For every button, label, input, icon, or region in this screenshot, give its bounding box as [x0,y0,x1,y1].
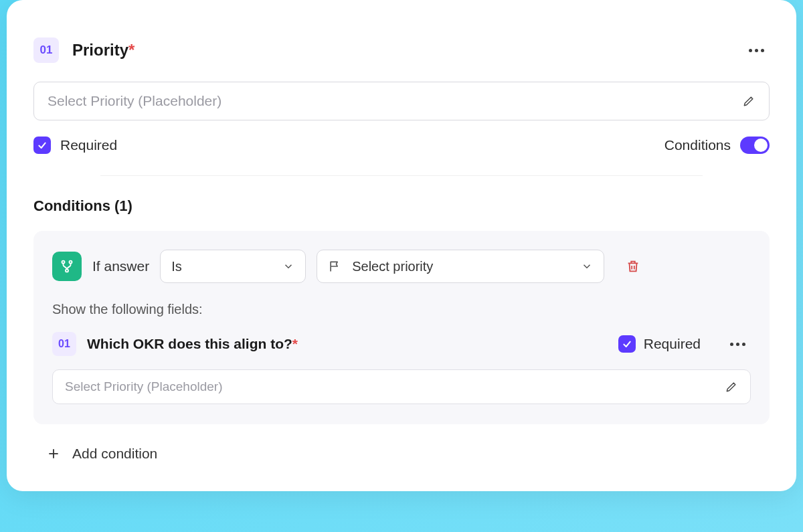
conditional-required-checkbox[interactable] [618,335,636,353]
conditional-field-title: Which OKR does this align to?* [87,336,298,352]
flag-icon [328,260,341,273]
field-title: Priority* [72,41,135,60]
pencil-icon [742,94,755,108]
value-dropdown[interactable]: Select priority [317,250,604,283]
form-field-card: 01 Priority* Select Priority (Placeholde… [7,0,796,491]
branch-icon [52,252,82,281]
divider [100,175,703,176]
value-dropdown-placeholder: Select priority [352,259,433,274]
priority-select-input[interactable]: Select Priority (Placeholder) [33,82,770,120]
required-checkbox[interactable] [33,137,51,154]
options-row: Required Conditions [33,137,770,154]
plus-icon [47,447,60,460]
priority-select-placeholder: Select Priority (Placeholder) [48,93,221,109]
svg-point-2 [66,269,68,272]
check-icon [622,339,632,349]
svg-point-0 [62,261,64,264]
svg-point-1 [69,261,72,264]
field-title-text: Priority [72,41,128,59]
add-condition-button[interactable]: Add condition [33,443,770,464]
conditions-toggle[interactable] [740,137,770,154]
trash-icon [626,259,640,274]
operator-dropdown-value: Is [171,259,182,274]
show-fields-label: Show the following fields: [52,302,751,317]
chevron-down-icon [282,260,294,272]
conditions-section-title: Conditions (1) [33,197,770,215]
conditional-field-number-badge: 01 [52,332,76,356]
chevron-down-icon [581,260,593,272]
operator-dropdown[interactable]: Is [160,250,306,283]
condition-panel: If answer Is Select priority Show the fo… [33,231,770,424]
required-label: Required [60,137,117,153]
more-menu-button[interactable] [743,46,770,55]
dots-icon [730,343,733,346]
conditional-required-label: Required [644,336,701,352]
conditional-select-input[interactable]: Select Priority (Placeholder) [52,369,751,404]
required-asterisk: * [292,336,298,351]
conditions-toggle-label: Conditions [664,137,731,153]
condition-rule-row: If answer Is Select priority [52,250,751,283]
if-answer-label: If answer [92,258,149,274]
pencil-icon [725,380,738,393]
add-condition-label: Add condition [72,446,157,462]
delete-condition-button[interactable] [626,259,640,274]
field-header: 01 Priority* [33,37,770,63]
required-asterisk: * [128,41,135,59]
conditional-more-menu-button[interactable] [725,340,751,349]
toggle-knob [754,139,768,152]
conditional-required-group: Required [618,335,701,353]
conditional-select-placeholder: Select Priority (Placeholder) [65,379,222,394]
conditional-field-header: 01 Which OKR does this align to?* Requir… [52,332,751,356]
conditional-field-title-text: Which OKR does this align to? [87,336,292,351]
dots-icon [749,49,752,52]
field-number-badge: 01 [33,37,59,63]
check-icon [37,140,48,151]
